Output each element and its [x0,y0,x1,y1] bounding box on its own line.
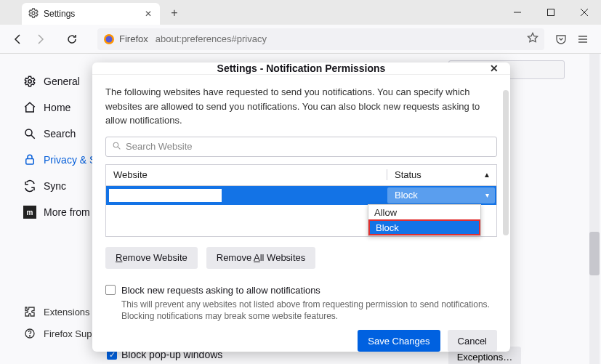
address-bar[interactable]: Firefox about:preferences#privacy [97,28,544,50]
svg-rect-13 [26,159,34,165]
dialog-body: The following websites have requested to… [92,75,510,323]
page-scrollbar-track[interactable] [589,54,600,364]
column-status[interactable]: Status ▲ [387,169,496,180]
sidebar-item-label: Search [44,128,76,139]
svg-rect-2 [548,9,554,16]
sidebar-item-label: General [44,76,80,87]
url-text: about:preferences#privacy [156,33,267,44]
maximize-button[interactable] [534,0,568,25]
firefox-icon [103,33,115,45]
save-pocket-icon[interactable] [550,28,572,50]
table-actions: Remove Website Remove All Websites [105,247,497,269]
status-dropdown[interactable]: Block ▾ [387,187,495,203]
block-new-label: Block new requests asking to allow notif… [121,285,320,296]
browser-toolbar: Firefox about:preferences#privacy [0,25,601,54]
btn-label: emove Website [122,252,187,263]
dropdown-option-allow[interactable]: Allow [368,205,480,219]
window-close-button[interactable] [568,0,601,25]
back-button[interactable] [7,28,29,50]
dialog-title: Settings - Notification Permissions [217,62,386,74]
sync-icon [23,179,36,193]
chevron-down-icon: ▾ [485,191,489,199]
sidebar-item-label: Home [44,102,70,113]
permissions-table-header: Website Status ▲ [105,164,497,186]
column-website[interactable]: Website [106,169,387,180]
save-changes-button[interactable]: Save Changes [358,330,440,352]
dialog-footer: Save Changes Cancel [92,323,510,362]
window-titlebar: Settings ✕ + [0,0,601,25]
browser-tab[interactable]: Settings ✕ [22,3,160,25]
dialog-description: The following websites have requested to… [105,85,497,128]
website-cell [109,189,222,202]
dialog-header: Settings - Notification Permissions ✕ [92,62,510,75]
search-placeholder: Search Website [126,141,193,152]
block-new-requests-checkbox[interactable]: Block new requests asking to allow notif… [105,285,497,296]
tab-label: Settings [44,9,75,19]
minimize-button[interactable] [501,0,534,25]
sidebar-item-label: More from [44,206,90,218]
page-scrollbar-thumb[interactable] [589,232,600,275]
column-status-label: Status [395,169,421,180]
btn-label: Remove [217,252,254,263]
gear-icon [23,75,36,88]
svg-line-17 [118,147,120,149]
site-identity: Firefox [119,33,148,44]
svg-line-12 [31,135,35,139]
gear-icon [28,7,39,21]
svg-point-15 [29,336,30,336]
sidebar-item-label: Sync [44,180,66,192]
btn-label: ll Websites [260,252,306,263]
cancel-button[interactable]: Cancel [448,330,497,352]
remove-all-websites-button[interactable]: Remove All Websites [206,247,316,269]
close-tab-icon[interactable]: ✕ [142,8,154,20]
sidebar-item-label: Firefox Supp [44,328,97,339]
reload-button[interactable] [61,28,83,50]
sort-arrow-icon: ▲ [483,171,491,179]
block-new-description: This will prevent any websites not liste… [121,299,497,323]
forward-button[interactable] [29,28,51,50]
help-icon [23,327,36,340]
mozilla-icon: m [23,206,36,219]
sidebar-item-label: Privacy & S [44,154,96,166]
home-icon [23,101,36,114]
search-icon [23,127,36,140]
search-website-input[interactable]: Search Website [105,137,497,157]
dropdown-option-block[interactable]: Block [368,219,480,235]
search-icon [112,141,121,153]
unchecked-checkbox-icon[interactable] [105,285,116,295]
svg-point-16 [113,142,118,147]
svg-point-11 [25,129,32,136]
lock-icon [23,153,36,166]
app-menu-icon[interactable] [572,28,594,50]
window-controls [501,0,601,25]
svg-point-0 [32,12,35,15]
new-tab-button[interactable]: + [164,3,185,23]
puzzle-icon [23,305,36,318]
bookmark-star-icon[interactable] [527,32,539,46]
svg-point-6 [106,36,113,42]
status-selected-label: Block [395,190,418,201]
status-dropdown-menu: Allow Block [368,204,481,236]
svg-point-10 [28,80,32,84]
remove-website-button[interactable]: Remove Website [105,247,198,269]
